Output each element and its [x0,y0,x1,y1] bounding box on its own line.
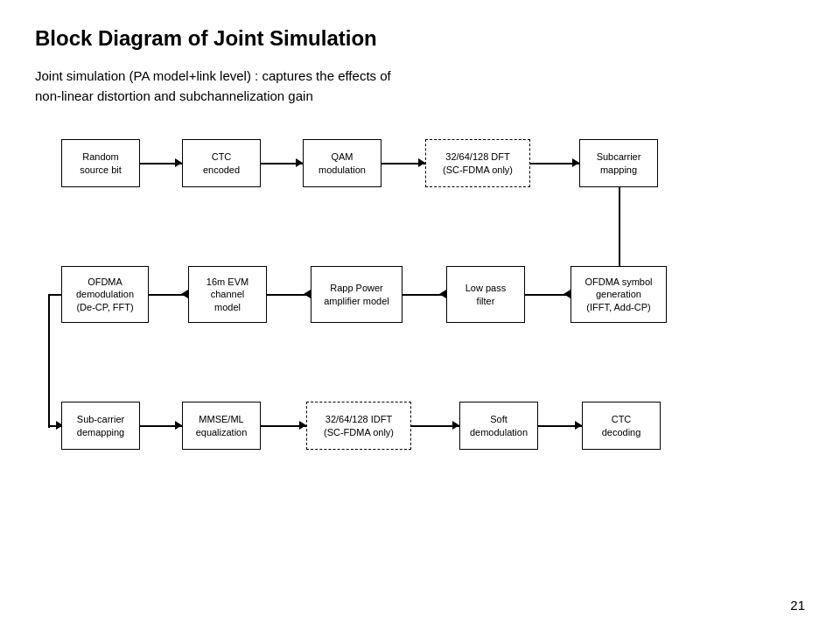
arrowhead-r3-2 [299,421,306,430]
subtitle: Joint simulation (PA model+link level) :… [35,66,805,106]
arrowhead-r2-2 [304,290,311,298]
block-subcarrier-demap: Sub-carrierdemapping [61,402,140,450]
block-diagram: Randomsource bit CTCencoded QAMmodulatio… [35,130,805,507]
block-random: Randomsource bit [61,139,140,187]
block-subcarrier: Subcarriermapping [579,139,658,187]
block-ofdma-demod: OFDMAdemodulation(De-CP, FFT) [61,266,149,323]
arrowhead-r1-3 [418,158,425,167]
arrowhead-r3-3 [452,421,459,430]
block-mmse: MMSE/MLequalization [182,402,261,450]
arrowhead-r2-1 [181,290,188,298]
page: Block Diagram of Joint Simulation Joint … [0,0,840,630]
arrow-left-horiz [48,294,61,296]
arrowhead-r2-4 [564,290,570,298]
arrow-col5-down [619,187,620,270]
page-title: Block Diagram of Joint Simulation [35,26,805,51]
block-ctc-dec: CTCdecoding [582,402,661,450]
arrowhead-r3-4 [575,421,582,430]
block-ctc-enc: CTCencoded [182,139,261,187]
block-channel: 16m EVMchannelmodel [188,266,267,323]
arrowhead-r1-2 [296,158,303,167]
arrowhead-r1-1 [175,158,182,167]
arrowhead-r1-4 [572,158,579,167]
block-rapp: Rapp Poweramplifier model [311,266,402,323]
block-soft-demod: Softdemodulation [459,402,538,450]
block-qam: QAMmodulation [303,139,382,187]
block-lpf: Low passfilter [446,266,525,323]
arrow-connect-row3 [48,425,61,427]
block-idft: 32/64/128 IDFT(SC-FDMA only) [306,402,411,450]
page-number: 21 [790,598,805,612]
arrowhead-r2-3 [439,290,446,298]
arrowhead-r3-1 [175,421,182,430]
arrow-left-vert [48,323,50,426]
block-ofdma-sym: OFDMA symbolgeneration(IFFT, Add-CP) [570,266,667,323]
block-dft: 32/64/128 DFT(SC-FDMA only) [425,139,530,187]
